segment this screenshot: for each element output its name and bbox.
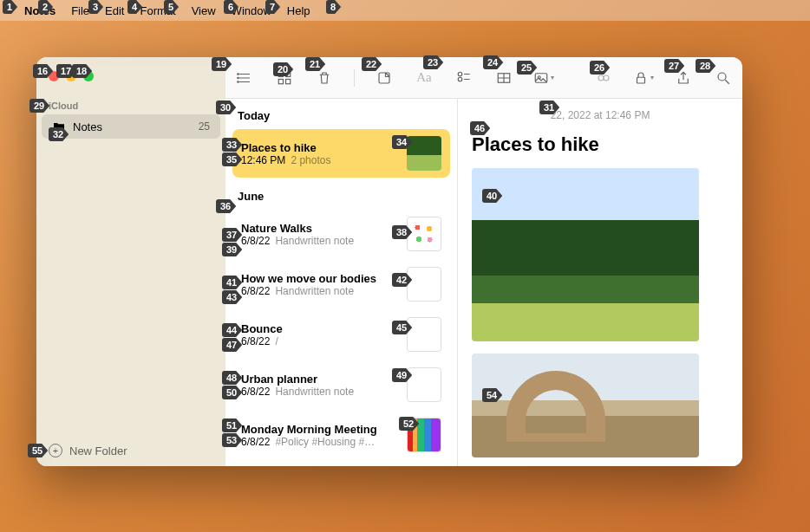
menubar: Notes File Edit Format View Window Help [0,0,810,21]
close-button[interactable] [49,71,59,81]
note-row[interactable]: Bounce 6/8/22/ [232,310,450,359]
note-date: 12:46 PM [241,154,285,166]
link-icon[interactable] [593,68,614,88]
note-thumbnail [407,136,441,171]
menu-edit[interactable]: Edit [105,4,124,17]
media-icon[interactable]: ▾ [533,68,554,88]
note-thumbnail [407,418,441,452]
svg-point-21 [604,75,609,81]
new-folder-label: New Folder [69,444,127,457]
note-timestamp: 22, 2022 at 12:46 PM [458,99,742,127]
menu-format[interactable]: Format [140,4,175,17]
note-title: Nature Walks [241,222,398,235]
note-date: 6/8/22 [241,386,270,398]
menu-view[interactable]: View [192,4,216,17]
share-icon[interactable] [673,68,694,88]
gallery-view-icon[interactable] [274,68,295,88]
svg-rect-7 [286,72,291,76]
folder-count: 25 [199,120,210,133]
note-row[interactable]: Nature Walks 6/8/22Handwritten note [232,210,450,258]
svg-point-13 [458,77,462,81]
svg-rect-22 [637,77,645,83]
note-date: 6/8/22 [241,335,270,347]
sidebar-folder-notes[interactable]: Notes 25 [42,114,220,139]
menu-file[interactable]: File [71,4,89,17]
note-date: 6/8/22 [241,235,270,247]
note-date: 6/8/22 [241,285,270,297]
note-preview: #Policy #Housing #… [275,436,375,448]
search-icon[interactable] [713,68,734,88]
svg-rect-9 [286,79,291,83]
new-folder-button[interactable]: + New Folder [36,435,225,466]
svg-point-20 [598,75,604,81]
main-area: Aa ▾ ▾ Today Places to hike 12:46 PM2 ph… [225,57,742,466]
checklist-icon[interactable] [454,68,474,88]
menu-window[interactable]: Window [232,4,271,17]
note-preview: / [275,335,278,347]
svg-point-5 [238,81,239,82]
note-photo[interactable] [472,354,699,457]
list-group-header: June [225,179,457,208]
table-icon[interactable] [493,68,514,88]
note-preview: 2 photos [291,154,330,166]
svg-line-24 [725,80,729,84]
svg-point-23 [718,73,726,81]
note-date: 6/8/22 [241,436,270,448]
note-preview: Handwritten note [275,285,354,297]
notes-list: Today Places to hike 12:46 PM2 photos Ju… [225,99,458,466]
menu-help[interactable]: Help [287,4,310,17]
note-title: Monday Morning Meeting [241,423,398,436]
note-title: Urban planner [241,373,398,386]
svg-rect-8 [278,79,283,83]
note-title: Places to hike [241,141,398,154]
list-view-icon[interactable] [234,68,255,88]
fullscreen-button[interactable] [83,71,94,81]
note-thumbnail [407,317,441,352]
svg-point-3 [238,73,239,75]
svg-point-11 [458,72,462,76]
sidebar-section-label: iCloud [36,95,225,114]
folder-label: Notes [73,120,192,133]
note-title: Bounce [241,322,398,335]
notes-window: iCloud Notes 25 + New Folder Aa ▾ ▾ [36,57,742,466]
note-heading: Places to hike [472,133,728,156]
window-controls [36,64,225,95]
note-photo[interactable] [472,168,699,341]
note-title: How we move our bodies [241,272,398,285]
note-preview: Handwritten note [275,235,354,247]
toolbar-separator [354,69,355,87]
app-menu[interactable]: Notes [24,4,56,17]
note-thumbnail [407,367,441,402]
note-editor[interactable]: 22, 2022 at 12:46 PM Places to hike [458,99,742,466]
note-preview: Handwritten note [275,386,354,398]
toolbar: Aa ▾ ▾ [225,57,742,99]
svg-rect-10 [379,73,389,83]
lock-icon[interactable]: ▾ [633,68,654,88]
sidebar: iCloud Notes 25 + New Folder [36,57,225,466]
new-note-icon[interactable] [374,68,395,88]
note-thumbnail [407,267,441,302]
folder-icon [52,120,66,133]
format-icon[interactable]: Aa [414,68,434,88]
list-group-header: Today [225,99,457,127]
note-row[interactable]: How we move our bodies 6/8/22Handwritten… [232,260,450,308]
trash-icon[interactable] [314,68,335,88]
note-row[interactable]: Places to hike 12:46 PM2 photos [232,129,450,178]
note-thumbnail [407,217,441,251]
svg-point-4 [238,77,239,79]
plus-icon: + [49,444,62,457]
svg-rect-6 [278,72,283,76]
note-row[interactable]: Urban planner 6/8/22Handwritten note [232,360,450,409]
note-row[interactable]: Monday Morning Meeting 6/8/22#Policy #Ho… [232,411,450,459]
minimize-button[interactable] [66,71,76,81]
